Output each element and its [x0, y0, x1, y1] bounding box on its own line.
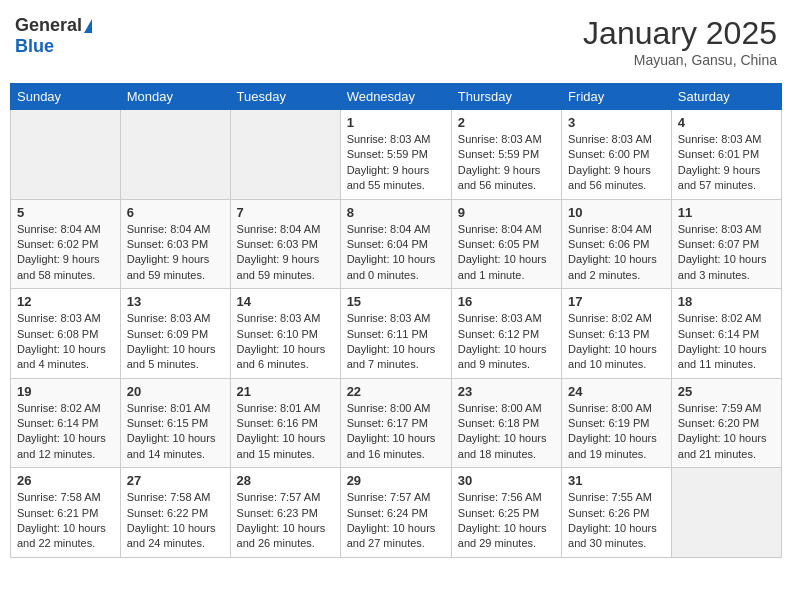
day-info: Sunrise: 8:01 AM Sunset: 6:15 PM Dayligh…	[127, 401, 224, 463]
day-info: Sunrise: 7:57 AM Sunset: 6:24 PM Dayligh…	[347, 490, 445, 552]
calendar-cell: 25Sunrise: 7:59 AM Sunset: 6:20 PM Dayli…	[671, 378, 781, 468]
day-info: Sunrise: 8:03 AM Sunset: 5:59 PM Dayligh…	[347, 132, 445, 194]
day-info: Sunrise: 8:04 AM Sunset: 6:02 PM Dayligh…	[17, 222, 114, 284]
weekday-header-saturday: Saturday	[671, 84, 781, 110]
day-info: Sunrise: 8:03 AM Sunset: 6:08 PM Dayligh…	[17, 311, 114, 373]
calendar-cell: 17Sunrise: 8:02 AM Sunset: 6:13 PM Dayli…	[562, 289, 672, 379]
calendar-cell: 28Sunrise: 7:57 AM Sunset: 6:23 PM Dayli…	[230, 468, 340, 558]
day-info: Sunrise: 7:58 AM Sunset: 6:21 PM Dayligh…	[17, 490, 114, 552]
calendar-cell	[11, 110, 121, 200]
day-number: 31	[568, 473, 665, 488]
weekday-header-sunday: Sunday	[11, 84, 121, 110]
day-number: 16	[458, 294, 555, 309]
day-number: 9	[458, 205, 555, 220]
day-info: Sunrise: 7:55 AM Sunset: 6:26 PM Dayligh…	[568, 490, 665, 552]
calendar-cell: 3Sunrise: 8:03 AM Sunset: 6:00 PM Daylig…	[562, 110, 672, 200]
calendar-cell: 19Sunrise: 8:02 AM Sunset: 6:14 PM Dayli…	[11, 378, 121, 468]
day-number: 26	[17, 473, 114, 488]
calendar-cell: 24Sunrise: 8:00 AM Sunset: 6:19 PM Dayli…	[562, 378, 672, 468]
day-number: 4	[678, 115, 775, 130]
day-info: Sunrise: 8:03 AM Sunset: 6:07 PM Dayligh…	[678, 222, 775, 284]
calendar-cell: 6Sunrise: 8:04 AM Sunset: 6:03 PM Daylig…	[120, 199, 230, 289]
day-info: Sunrise: 8:04 AM Sunset: 6:06 PM Dayligh…	[568, 222, 665, 284]
calendar-cell: 5Sunrise: 8:04 AM Sunset: 6:02 PM Daylig…	[11, 199, 121, 289]
calendar-cell: 23Sunrise: 8:00 AM Sunset: 6:18 PM Dayli…	[451, 378, 561, 468]
day-number: 28	[237, 473, 334, 488]
calendar-cell: 31Sunrise: 7:55 AM Sunset: 6:26 PM Dayli…	[562, 468, 672, 558]
day-number: 6	[127, 205, 224, 220]
day-info: Sunrise: 8:04 AM Sunset: 6:04 PM Dayligh…	[347, 222, 445, 284]
day-info: Sunrise: 8:04 AM Sunset: 6:05 PM Dayligh…	[458, 222, 555, 284]
day-info: Sunrise: 8:03 AM Sunset: 6:01 PM Dayligh…	[678, 132, 775, 194]
day-info: Sunrise: 8:03 AM Sunset: 6:00 PM Dayligh…	[568, 132, 665, 194]
calendar-cell: 2Sunrise: 8:03 AM Sunset: 5:59 PM Daylig…	[451, 110, 561, 200]
calendar-cell: 4Sunrise: 8:03 AM Sunset: 6:01 PM Daylig…	[671, 110, 781, 200]
day-number: 20	[127, 384, 224, 399]
weekday-header-tuesday: Tuesday	[230, 84, 340, 110]
day-info: Sunrise: 8:04 AM Sunset: 6:03 PM Dayligh…	[237, 222, 334, 284]
day-info: Sunrise: 8:00 AM Sunset: 6:19 PM Dayligh…	[568, 401, 665, 463]
day-number: 15	[347, 294, 445, 309]
day-info: Sunrise: 7:59 AM Sunset: 6:20 PM Dayligh…	[678, 401, 775, 463]
day-number: 30	[458, 473, 555, 488]
weekday-header-monday: Monday	[120, 84, 230, 110]
day-info: Sunrise: 8:00 AM Sunset: 6:17 PM Dayligh…	[347, 401, 445, 463]
calendar-cell: 10Sunrise: 8:04 AM Sunset: 6:06 PM Dayli…	[562, 199, 672, 289]
calendar-week-3: 12Sunrise: 8:03 AM Sunset: 6:08 PM Dayli…	[11, 289, 782, 379]
day-number: 11	[678, 205, 775, 220]
day-number: 8	[347, 205, 445, 220]
calendar-cell: 15Sunrise: 8:03 AM Sunset: 6:11 PM Dayli…	[340, 289, 451, 379]
calendar-cell: 9Sunrise: 8:04 AM Sunset: 6:05 PM Daylig…	[451, 199, 561, 289]
day-number: 3	[568, 115, 665, 130]
calendar-cell: 21Sunrise: 8:01 AM Sunset: 6:16 PM Dayli…	[230, 378, 340, 468]
calendar-cell: 22Sunrise: 8:00 AM Sunset: 6:17 PM Dayli…	[340, 378, 451, 468]
day-info: Sunrise: 8:03 AM Sunset: 6:09 PM Dayligh…	[127, 311, 224, 373]
day-number: 27	[127, 473, 224, 488]
day-number: 22	[347, 384, 445, 399]
location-text: Mayuan, Gansu, China	[583, 52, 777, 68]
title-block: January 2025 Mayuan, Gansu, China	[583, 15, 777, 68]
calendar-cell: 30Sunrise: 7:56 AM Sunset: 6:25 PM Dayli…	[451, 468, 561, 558]
calendar-cell: 13Sunrise: 8:03 AM Sunset: 6:09 PM Dayli…	[120, 289, 230, 379]
calendar-cell: 18Sunrise: 8:02 AM Sunset: 6:14 PM Dayli…	[671, 289, 781, 379]
logo: General Blue	[15, 15, 92, 57]
day-info: Sunrise: 8:03 AM Sunset: 6:12 PM Dayligh…	[458, 311, 555, 373]
day-number: 29	[347, 473, 445, 488]
day-info: Sunrise: 7:58 AM Sunset: 6:22 PM Dayligh…	[127, 490, 224, 552]
calendar-cell: 8Sunrise: 8:04 AM Sunset: 6:04 PM Daylig…	[340, 199, 451, 289]
weekday-header-friday: Friday	[562, 84, 672, 110]
calendar-cell: 1Sunrise: 8:03 AM Sunset: 5:59 PM Daylig…	[340, 110, 451, 200]
calendar-cell: 12Sunrise: 8:03 AM Sunset: 6:08 PM Dayli…	[11, 289, 121, 379]
weekday-header-wednesday: Wednesday	[340, 84, 451, 110]
day-info: Sunrise: 7:56 AM Sunset: 6:25 PM Dayligh…	[458, 490, 555, 552]
day-info: Sunrise: 8:03 AM Sunset: 6:11 PM Dayligh…	[347, 311, 445, 373]
day-number: 23	[458, 384, 555, 399]
calendar-cell	[230, 110, 340, 200]
day-number: 25	[678, 384, 775, 399]
calendar-cell: 27Sunrise: 7:58 AM Sunset: 6:22 PM Dayli…	[120, 468, 230, 558]
day-info: Sunrise: 8:02 AM Sunset: 6:14 PM Dayligh…	[678, 311, 775, 373]
logo-blue-text: Blue	[15, 36, 54, 57]
calendar-week-1: 1Sunrise: 8:03 AM Sunset: 5:59 PM Daylig…	[11, 110, 782, 200]
day-info: Sunrise: 8:02 AM Sunset: 6:13 PM Dayligh…	[568, 311, 665, 373]
day-number: 7	[237, 205, 334, 220]
calendar-week-4: 19Sunrise: 8:02 AM Sunset: 6:14 PM Dayli…	[11, 378, 782, 468]
page-header: General Blue January 2025 Mayuan, Gansu,…	[10, 10, 782, 73]
calendar-cell: 29Sunrise: 7:57 AM Sunset: 6:24 PM Dayli…	[340, 468, 451, 558]
logo-icon	[84, 19, 92, 33]
day-info: Sunrise: 8:00 AM Sunset: 6:18 PM Dayligh…	[458, 401, 555, 463]
day-number: 13	[127, 294, 224, 309]
calendar-cell: 16Sunrise: 8:03 AM Sunset: 6:12 PM Dayli…	[451, 289, 561, 379]
calendar-cell: 14Sunrise: 8:03 AM Sunset: 6:10 PM Dayli…	[230, 289, 340, 379]
day-number: 19	[17, 384, 114, 399]
day-info: Sunrise: 8:03 AM Sunset: 6:10 PM Dayligh…	[237, 311, 334, 373]
calendar-week-5: 26Sunrise: 7:58 AM Sunset: 6:21 PM Dayli…	[11, 468, 782, 558]
day-info: Sunrise: 8:03 AM Sunset: 5:59 PM Dayligh…	[458, 132, 555, 194]
day-info: Sunrise: 8:02 AM Sunset: 6:14 PM Dayligh…	[17, 401, 114, 463]
day-number: 14	[237, 294, 334, 309]
calendar-week-2: 5Sunrise: 8:04 AM Sunset: 6:02 PM Daylig…	[11, 199, 782, 289]
calendar-cell: 20Sunrise: 8:01 AM Sunset: 6:15 PM Dayli…	[120, 378, 230, 468]
calendar-header-row: SundayMondayTuesdayWednesdayThursdayFrid…	[11, 84, 782, 110]
calendar-cell: 7Sunrise: 8:04 AM Sunset: 6:03 PM Daylig…	[230, 199, 340, 289]
day-number: 21	[237, 384, 334, 399]
